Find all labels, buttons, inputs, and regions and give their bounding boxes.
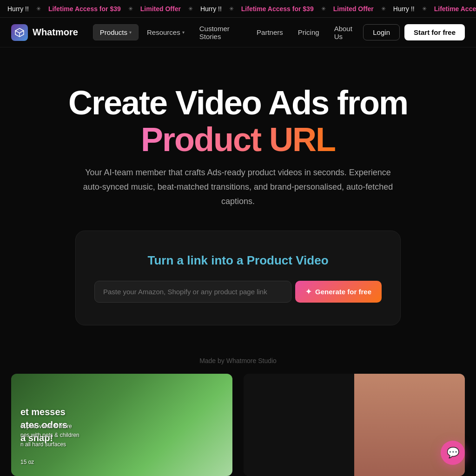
cta-box: Turn a link into a Product Video ✦ Gener… xyxy=(75,231,401,325)
hero-title-line2: Product URL xyxy=(141,121,335,158)
ticker-star-2: ✳ xyxy=(128,6,133,12)
video-card-right xyxy=(244,374,465,476)
nav-pricing[interactable]: Pricing xyxy=(291,25,326,40)
cta-title-highlight: Product Video xyxy=(247,253,329,267)
nav-products[interactable]: Products ▾ xyxy=(93,24,139,40)
chat-icon: 💬 xyxy=(447,447,459,459)
video-subtext: o, pee, vomit & more nes with pets & chi… xyxy=(20,422,79,467)
generate-label: Generate for free xyxy=(315,288,371,296)
hero-subtitle: Your AI-team member that crafts Ads-read… xyxy=(80,165,396,208)
ticker-item-hurry-3: Hurry !! xyxy=(386,5,422,13)
generate-icon: ✦ xyxy=(305,287,311,296)
generate-button[interactable]: ✦ Generate for free xyxy=(295,281,382,303)
hero-title: Create Video Ads from Product URL xyxy=(19,85,457,158)
chat-bubble-button[interactable]: 💬 xyxy=(441,441,465,465)
nav-about-us[interactable]: About Us xyxy=(328,21,364,44)
logo-text: Whatmore xyxy=(33,27,78,38)
ticker-item-lifetime-2: Lifetime Access for $39 xyxy=(234,5,321,13)
ticker-star-4: ✳ xyxy=(229,6,234,12)
ticker-item-hurry-1: Hurry !! xyxy=(0,5,36,13)
cta-title-static: Turn a link into a xyxy=(147,253,243,267)
hero-title-line1: Create Video Ads from xyxy=(68,84,408,121)
login-button[interactable]: Login xyxy=(363,24,400,40)
ticker-item-offer-2: Limited Offer xyxy=(326,5,381,13)
ticker-item-offer-1: Limited Offer xyxy=(133,5,188,13)
ticker-banner: Hurry !! ✳ Lifetime Access for $39 ✳ Lim… xyxy=(0,0,476,18)
nav-customer-stories[interactable]: Customer Stories xyxy=(193,21,248,44)
ticker-star-6: ✳ xyxy=(381,6,386,12)
ticker-star-3: ✳ xyxy=(188,6,193,12)
video-card-left: et messes ates odors a snap! o, pee, vom… xyxy=(11,374,232,476)
cta-input-row: ✦ Generate for free xyxy=(94,281,382,303)
ticker-item-lifetime-3: Lifetime Access for $39 xyxy=(427,5,476,13)
products-chevron-icon: ▾ xyxy=(129,30,132,35)
logo-link[interactable]: Whatmore xyxy=(11,24,78,41)
cta-box-title: Turn a link into a Product Video xyxy=(94,253,382,268)
resources-chevron-icon: ▾ xyxy=(182,30,185,35)
ticker-star-7: ✳ xyxy=(422,6,427,12)
ticker-track: Hurry !! ✳ Lifetime Access for $39 ✳ Lim… xyxy=(0,5,476,13)
nav-links: Products ▾ Resources ▾ Customer Stories … xyxy=(93,21,363,44)
nav-actions: Login Start for free xyxy=(363,24,465,40)
made-by-label: Made by Whatmore Studio xyxy=(0,344,476,374)
ticker-star-1: ✳ xyxy=(36,6,41,12)
ticker-item-lifetime-1: Lifetime Access for $39 xyxy=(41,5,128,13)
url-input[interactable] xyxy=(94,281,291,303)
logo-icon xyxy=(11,24,28,41)
nav-resources[interactable]: Resources ▾ xyxy=(140,25,191,40)
navbar: Whatmore Products ▾ Resources ▾ Customer… xyxy=(0,18,476,47)
ticker-star-5: ✳ xyxy=(321,6,326,12)
video-thumb-left: et messes ates odors a snap! o, pee, vom… xyxy=(11,374,232,476)
video-thumb-right xyxy=(244,374,465,476)
start-for-free-button[interactable]: Start for free xyxy=(404,24,465,40)
hero-section: Create Video Ads from Product URL Your A… xyxy=(0,47,476,344)
ticker-item-hurry-2: Hurry !! xyxy=(193,5,229,13)
video-grid: et messes ates odors a snap! o, pee, vom… xyxy=(0,374,476,476)
video-right-dark-half xyxy=(244,374,354,476)
nav-partners[interactable]: Partners xyxy=(250,25,290,40)
